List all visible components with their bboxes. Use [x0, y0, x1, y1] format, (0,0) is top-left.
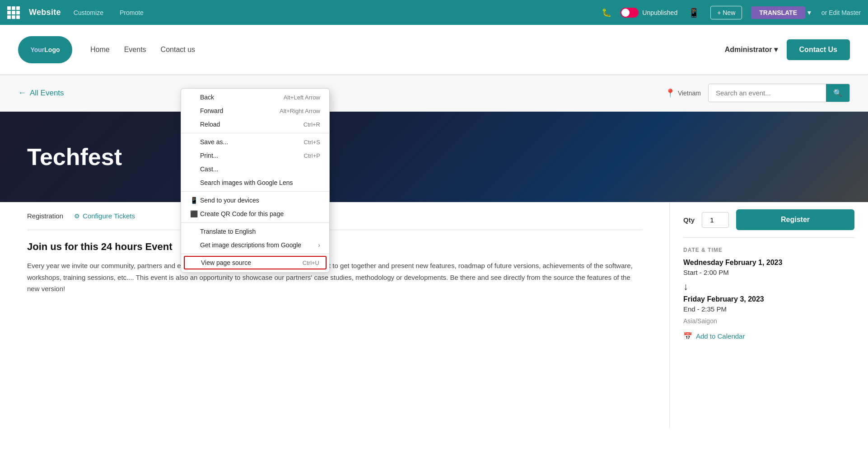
context-menu-item[interactable]: Translate to English — [181, 225, 329, 238]
start-date: Wednesday February 1, 2023 — [683, 259, 854, 267]
edit-master-link[interactable]: or Edit Master — [821, 9, 861, 16]
publish-toggle-wrap: Unpublished — [621, 8, 677, 18]
admin-chevron: ▾ — [774, 45, 778, 54]
customize-link[interactable]: Customize — [70, 7, 107, 18]
translate-dropdown-icon[interactable]: ▼ — [806, 9, 812, 16]
register-button[interactable]: Register — [736, 209, 854, 230]
contact-us-button[interactable]: Contact Us — [787, 39, 850, 60]
context-menu-item-label: Search images with Google Lens — [200, 179, 320, 186]
toggle-knob — [621, 9, 630, 17]
bug-icon[interactable]: 🐛 — [602, 8, 611, 18]
nav-contact[interactable]: Contact us — [161, 46, 195, 54]
context-menu-item-icon: ⬛ — [190, 210, 199, 217]
context-menu-item-icon: 📱 — [190, 197, 199, 204]
translate-button[interactable]: TRANSLATE — [751, 6, 805, 19]
context-menu-item[interactable]: Print...Ctrl+P — [181, 149, 329, 162]
qty-label: Qty — [683, 216, 695, 224]
context-menu-sub-arrow-icon: › — [318, 241, 320, 249]
context-menu-shortcut: Alt+Right Arrow — [280, 108, 320, 114]
context-menu-item[interactable]: ReloadCtrl+R — [181, 118, 329, 131]
context-menu-separator — [181, 191, 329, 192]
context-menu-shortcut: Ctrl+U — [303, 260, 319, 266]
calendar-icon: 📅 — [683, 332, 692, 340]
context-menu-shortcut: Ctrl+R — [303, 121, 320, 128]
start-time: Start - 2:00 PM — [683, 269, 854, 276]
context-menu-separator — [181, 254, 329, 254]
context-menu-item-label: Save as... — [200, 138, 304, 146]
event-body: Every year we invite our community, part… — [27, 260, 642, 295]
top-nav: Website Customize Promote 🐛 Unpublished … — [0, 0, 868, 25]
back-arrow-icon: ← — [18, 88, 26, 98]
context-menu-item[interactable]: ForwardAlt+Right Arrow — [181, 104, 329, 118]
logo-your: Your — [30, 46, 44, 53]
site-nav: Home Events Contact us — [90, 46, 725, 54]
event-sidebar: Qty Register DATE & TIME Wednesday Febru… — [669, 202, 868, 428]
qty-input[interactable] — [702, 212, 729, 228]
nav-events[interactable]: Events — [124, 46, 146, 54]
add-calendar-link[interactable]: 📅 Add to Calendar — [683, 332, 854, 340]
qty-register-row: Qty Register — [683, 202, 854, 238]
date-time-label: DATE & TIME — [683, 247, 854, 253]
context-menu-item-label: Get image descriptions from Google — [200, 241, 318, 249]
pin-icon: 📍 — [665, 88, 675, 98]
context-menu-shortcut: Ctrl+P — [304, 152, 320, 159]
configure-tickets-link[interactable]: ⚙ Configure Tickets — [74, 212, 135, 220]
context-menu-shortcut: Ctrl+S — [304, 139, 320, 146]
event-detail: Registration ⚙ Configure Tickets Join us… — [0, 202, 868, 428]
context-menu-item-label: Cast... — [200, 165, 320, 173]
context-menu-item[interactable]: ⬛Create QR Code for this page — [181, 207, 329, 221]
context-menu-separator — [181, 133, 329, 133]
event-main: Registration ⚙ Configure Tickets Join us… — [0, 202, 669, 428]
context-menu-shortcut: Alt+Left Arrow — [284, 94, 320, 101]
context-menu-item-label: Translate to English — [200, 228, 320, 235]
hero-area: Techfest — [0, 112, 868, 202]
promote-link[interactable]: Promote — [116, 7, 147, 18]
configure-label: Configure Tickets — [83, 212, 135, 220]
context-menu-item[interactable]: Search images with Google Lens — [181, 176, 329, 189]
hero-bg: Techfest — [0, 112, 868, 202]
publish-toggle[interactable] — [621, 8, 639, 18]
context-menu-item-label: Back — [200, 94, 284, 101]
admin-dropdown[interactable]: Administrator ▾ — [725, 45, 778, 54]
brand-label: Website — [29, 8, 61, 17]
context-menu-item[interactable]: 📱Send to your devices — [181, 193, 329, 207]
context-menu[interactable]: BackAlt+Left ArrowForwardAlt+Right Arrow… — [181, 88, 330, 273]
context-menu-item-label: Send to your devices — [200, 197, 320, 204]
search-button[interactable]: 🔍 — [826, 84, 849, 102]
end-time: End - 2:35 PM — [683, 305, 854, 313]
mobile-icon[interactable]: 📱 — [688, 7, 700, 18]
events-header: ← All Events 📍 Vietnam 🔍 — [0, 75, 868, 112]
event-tabs: Registration ⚙ Configure Tickets — [27, 202, 642, 230]
search-input[interactable] — [709, 85, 826, 101]
context-menu-item-label: Create QR Code for this page — [200, 210, 320, 217]
location-wrap: 📍 Vietnam — [665, 88, 701, 98]
context-menu-item[interactable]: BackAlt+Left Arrow — [181, 90, 329, 104]
context-menu-item-label: Reload — [200, 121, 303, 128]
context-menu-item[interactable]: Get image descriptions from Google› — [181, 238, 329, 252]
gear-icon: ⚙ — [74, 212, 80, 220]
location-label: Vietnam — [678, 90, 701, 97]
hero-title: Techfest — [0, 143, 149, 170]
unpublished-label: Unpublished — [642, 9, 677, 16]
nav-home[interactable]: Home — [90, 46, 110, 54]
new-button[interactable]: + New — [710, 6, 742, 19]
context-menu-item-label: View page source — [201, 259, 303, 266]
grid-icon[interactable] — [7, 6, 20, 19]
date-time-section: DATE & TIME Wednesday February 1, 2023 S… — [683, 247, 854, 340]
context-menu-item-label: Forward — [200, 107, 280, 114]
site-header: Your Logo Home Events Contact us Adminis… — [0, 25, 868, 75]
logo[interactable]: Your Logo — [18, 36, 72, 63]
context-menu-separator — [181, 222, 329, 223]
arrow-down-icon: ↓ — [683, 281, 854, 293]
add-calendar-label: Add to Calendar — [696, 332, 745, 340]
header-right: Administrator ▾ Contact Us — [725, 39, 850, 60]
context-menu-item[interactable]: View page sourceCtrl+U — [184, 256, 327, 269]
search-box: 🔍 — [708, 84, 850, 102]
all-events-link[interactable]: ← All Events — [18, 88, 64, 98]
context-menu-item[interactable]: Cast... — [181, 162, 329, 176]
logo-logo: Logo — [44, 46, 60, 53]
context-menu-item[interactable]: Save as...Ctrl+S — [181, 135, 329, 149]
timezone: Asia/Saigon — [683, 317, 854, 325]
context-menu-item-label: Print... — [200, 152, 304, 159]
tab-registration[interactable]: Registration — [27, 209, 63, 222]
